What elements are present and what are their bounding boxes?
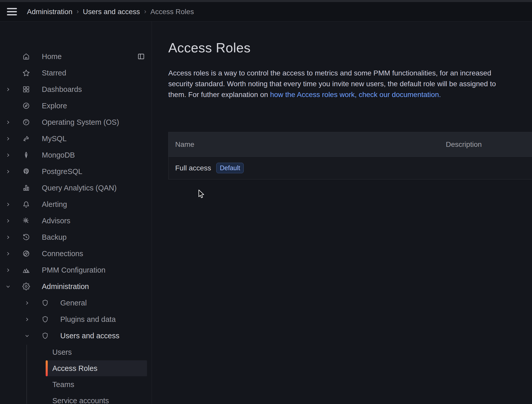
mountains-icon xyxy=(22,266,30,274)
chevron-right-icon xyxy=(4,251,12,256)
breadcrumb-access-roles: Access Roles xyxy=(150,8,194,16)
sidebar-item-connections[interactable]: Connections xyxy=(0,245,152,262)
sidebar-item-users[interactable]: Users xyxy=(46,344,147,360)
breadcrumb-administration[interactable]: Administration xyxy=(27,8,72,16)
chevron-right-icon xyxy=(4,235,12,240)
sidebar-item-label: Alerting xyxy=(42,200,67,209)
dashboards-grid-icon xyxy=(22,85,30,93)
sidebar-item-pmm-configuration[interactable]: PMM Configuration xyxy=(0,262,152,278)
gauge-icon xyxy=(22,118,30,126)
chevron-right-icon xyxy=(4,169,12,174)
access-roles-table: Name Description Full access Default xyxy=(168,132,532,179)
compass-icon xyxy=(22,102,30,110)
page-title: Access Roles xyxy=(168,40,532,55)
sidebar-item-explore[interactable]: Explore xyxy=(0,98,152,114)
sidebar-item-label: Users and access xyxy=(60,332,120,340)
sidebar-navigation: Home Starred Dashboards xyxy=(0,22,152,404)
dock-sidebar-icon[interactable] xyxy=(137,53,145,60)
role-name: Full access xyxy=(175,164,211,172)
postgresql-elephant-icon xyxy=(22,167,30,176)
table-row[interactable]: Full access Default xyxy=(169,157,532,179)
breadcrumb-separator-icon: › xyxy=(76,7,79,15)
sidebar-item-starred[interactable]: Starred xyxy=(0,65,152,81)
gear-icon xyxy=(22,282,30,291)
sidebar-item-label: MongoDB xyxy=(42,151,75,159)
sidebar-item-plugins-and-data[interactable]: Plugins and data xyxy=(0,311,152,328)
sidebar-item-label: Home xyxy=(42,52,62,61)
sidebar-item-service-accounts[interactable]: Service accounts xyxy=(46,393,147,404)
chevron-right-icon xyxy=(4,268,12,273)
chevron-right-icon xyxy=(4,218,12,223)
chevron-right-icon xyxy=(23,317,31,322)
advisors-magnifier-icon xyxy=(22,217,30,225)
backup-history-icon xyxy=(22,233,30,241)
sidebar-item-mongodb[interactable]: MongoDB xyxy=(0,147,152,163)
top-navigation-bar: Administration › Users and access › Acce… xyxy=(0,2,532,22)
page-description: Access roles is a way to control the acc… xyxy=(168,68,532,100)
bar-chart-icon xyxy=(22,184,30,192)
default-badge: Default xyxy=(216,163,244,173)
sidebar-item-label: Explore xyxy=(42,102,67,110)
column-header-name: Name xyxy=(169,140,439,149)
sidebar-item-label: Plugins and data xyxy=(60,315,116,324)
chevron-right-icon xyxy=(4,120,12,125)
sidebar-item-dashboards[interactable]: Dashboards xyxy=(0,81,152,98)
sidebar-item-operating-system[interactable]: Operating System (OS) xyxy=(0,114,152,130)
breadcrumb: Administration › Users and access › Acce… xyxy=(27,8,194,16)
sidebar-item-label: Connections xyxy=(42,249,83,258)
users-and-access-submenu: Users Access Roles Teams Service account… xyxy=(0,344,152,404)
role-name-cell: Full access Default xyxy=(169,163,439,173)
column-header-description: Description xyxy=(439,140,532,149)
chevron-right-icon xyxy=(4,87,12,92)
sidebar-item-administration[interactable]: Administration xyxy=(0,278,152,295)
sidebar-item-label: Starred xyxy=(42,69,66,77)
shield-icon xyxy=(41,315,49,323)
main-content: Access Roles Access roles is a way to co… xyxy=(152,22,532,404)
sidebar-item-query-analytics[interactable]: Query Analytics (QAN) xyxy=(0,180,152,196)
star-icon xyxy=(22,69,30,77)
breadcrumb-separator-icon: › xyxy=(144,7,146,15)
chevron-down-icon xyxy=(4,284,12,289)
chevron-right-icon xyxy=(23,301,31,305)
table-header-row: Name Description xyxy=(169,132,532,157)
sidebar-item-advisors[interactable]: Advisors xyxy=(0,213,152,229)
sidebar-item-mysql[interactable]: MySQL xyxy=(0,130,152,147)
pmm-grafana-screen: Administration › Users and access › Acce… xyxy=(0,0,532,404)
sidebar-item-label: Teams xyxy=(52,380,74,389)
connections-link-icon xyxy=(22,249,30,258)
mysql-dolphin-icon xyxy=(22,134,30,143)
sidebar-item-access-roles[interactable]: Access Roles xyxy=(46,360,147,376)
documentation-link[interactable]: how the Access roles work, check our doc… xyxy=(270,91,441,99)
sidebar-item-users-and-access[interactable]: Users and access xyxy=(0,328,152,344)
sidebar-item-label: PostgreSQL xyxy=(42,167,82,176)
sidebar-item-label: Users xyxy=(52,348,72,357)
sidebar-item-postgresql[interactable]: PostgreSQL xyxy=(0,163,152,180)
sidebar-item-label: PMM Configuration xyxy=(42,266,105,274)
window-top-strip xyxy=(0,0,532,2)
sidebar-item-home[interactable]: Home xyxy=(0,48,152,65)
sidebar-item-label: Service accounts xyxy=(52,397,109,404)
sidebar-item-label: Access Roles xyxy=(52,364,97,373)
sidebar-item-label: Administration xyxy=(42,282,89,291)
chevron-down-icon xyxy=(23,333,31,338)
chevron-right-icon xyxy=(4,202,12,207)
chevron-right-icon xyxy=(4,136,12,141)
chevron-right-icon xyxy=(4,153,12,158)
shield-icon xyxy=(41,332,49,340)
bell-icon xyxy=(22,200,30,208)
sidebar-item-backup[interactable]: Backup xyxy=(0,229,152,245)
sidebar-item-label: Dashboards xyxy=(42,85,82,94)
sidebar-item-label: Operating System (OS) xyxy=(42,118,119,127)
menu-toggle-button[interactable] xyxy=(7,7,17,16)
sidebar-item-general[interactable]: General xyxy=(0,295,152,311)
mongodb-leaf-icon xyxy=(22,151,30,159)
shield-icon xyxy=(41,299,49,307)
sidebar-item-alerting[interactable]: Alerting xyxy=(0,196,152,213)
home-icon xyxy=(22,52,30,61)
sidebar-item-label: Backup xyxy=(42,233,67,242)
sidebar-item-label: General xyxy=(60,299,87,307)
breadcrumb-users-and-access[interactable]: Users and access xyxy=(83,8,140,16)
sidebar-item-label: Advisors xyxy=(42,217,70,225)
sidebar-item-label: MySQL xyxy=(42,134,67,143)
sidebar-item-teams[interactable]: Teams xyxy=(46,377,147,392)
